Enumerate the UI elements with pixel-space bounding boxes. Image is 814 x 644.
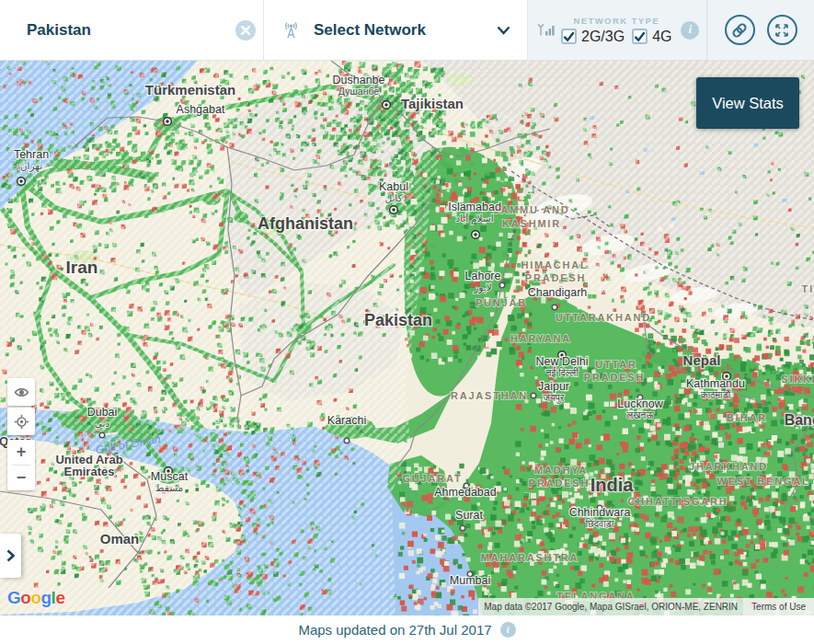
svg-text:CHHATTISGARH: CHHATTISGARH [628, 496, 728, 507]
crosshair-icon [14, 414, 29, 430]
svg-text:Dubai: Dubai [87, 406, 118, 419]
svg-text:Lucknow: Lucknow [617, 397, 663, 410]
close-icon [241, 26, 250, 35]
checkbox[interactable] [561, 29, 577, 44]
topbar: Select Network NETWORK TYPE 2G/3G4G i [0, 0, 814, 61]
svg-text:Ashgabat: Ashgabat [177, 103, 225, 116]
checkmark-icon [634, 30, 646, 42]
svg-text:MADHYA: MADHYA [534, 465, 588, 476]
svg-text:Душанбе: Душанбе [338, 86, 380, 97]
svg-text:Dushanbe: Dushanbe [333, 74, 385, 86]
expand-icon [774, 22, 790, 39]
map-attribution: Map data ©2017 Google, Mapa GISrael, ORI… [478, 598, 814, 615]
network-select-label: Select Network [314, 21, 497, 40]
option-label: 2G/3G [581, 29, 625, 45]
svg-text:Chhindwara: Chhindwara [569, 506, 631, 519]
google-logo[interactable]: Google [7, 588, 64, 608]
svg-text:UTTAR: UTTAR [595, 359, 636, 370]
svg-text:HIMACHAL: HIMACHAL [521, 259, 588, 270]
checkmark-icon [563, 30, 575, 42]
svg-text:Tehran: Tehran [14, 148, 49, 161]
network-type-section: NETWORK TYPE 2G/3G4G i [528, 0, 706, 60]
zoom-control: + − [7, 440, 35, 490]
footer-text: Maps updated on 27th Jul 2017 [298, 622, 491, 638]
svg-text:PRADESH: PRADESH [525, 272, 586, 283]
svg-text:PRADESH: PRADESH [529, 477, 590, 489]
link-icon [731, 22, 748, 39]
zoom-out-button[interactable]: − [7, 466, 35, 490]
svg-text:MAHARASHTRA: MAHARASHTRA [481, 552, 579, 563]
topbar-actions [706, 0, 814, 60]
svg-text:Kathmandu: Kathmandu [686, 377, 745, 390]
zoom-in-button[interactable]: + [7, 440, 35, 465]
svg-text:KASHMIR: KASHMIR [502, 218, 561, 229]
svg-text:Emirates: Emirates [64, 465, 115, 478]
svg-text:Jaipur: Jaipur [538, 380, 569, 393]
search-input[interactable] [27, 21, 235, 40]
share-link-button[interactable] [725, 15, 755, 45]
svg-text:BIHAR: BIHAR [727, 412, 767, 423]
svg-text:जयपुर: जयपुर [543, 392, 565, 404]
svg-text:Kabul: Kabul [379, 180, 408, 193]
svg-text:Mumbai: Mumbai [450, 574, 490, 587]
svg-text:JAMMU AND: JAMMU AND [493, 204, 569, 215]
svg-text:UTTARAKHAND: UTTARAKHAND [556, 312, 651, 323]
chevron-down-icon [497, 26, 510, 35]
svg-text:WEST BENGAL: WEST BENGAL [717, 476, 809, 487]
fullscreen-button[interactable] [767, 15, 797, 45]
svg-text:New Delhi: New Delhi [536, 355, 589, 368]
network-type-option-4g[interactable]: 4G [632, 29, 671, 45]
svg-text:Surat: Surat [455, 509, 483, 522]
svg-text:India: India [590, 475, 635, 495]
svg-text:Afghanistan: Afghanistan [258, 214, 353, 233]
svg-text:کابل: کابل [384, 192, 402, 203]
network-type-group: NETWORK TYPE 2G/3G4G [561, 16, 671, 45]
svg-text:GUJARAT: GUJARAT [403, 473, 463, 484]
network-type-option-2g3g[interactable]: 2G/3G [561, 29, 625, 45]
svg-text:PRADESH: PRADESH [584, 372, 645, 383]
footer-info-icon[interactable]: i [500, 622, 516, 638]
svg-text:Iran: Iran [66, 258, 98, 277]
terms-of-use-link[interactable]: Terms of Use [743, 598, 814, 615]
svg-text:Tajikistan: Tajikistan [401, 96, 464, 111]
antenna-icon [281, 19, 302, 40]
footer: Maps updated on 27th Jul 2017 i [0, 615, 814, 644]
svg-text:لاہور: لاہور [473, 282, 491, 293]
svg-text:Ahmedabad: Ahmedabad [434, 486, 496, 499]
svg-text:تهران: تهران [20, 160, 42, 172]
svg-text:دبي: دبي [95, 418, 110, 430]
clear-search-button[interactable] [235, 20, 256, 40]
svg-text:HARYANA: HARYANA [510, 333, 571, 344]
svg-text:काठमाडौं: काठमाडौं [700, 388, 731, 400]
svg-text:اسلام آباد: اسلام آباد [455, 213, 493, 224]
svg-text:Lahore: Lahore [465, 270, 501, 282]
svg-text:Nepal: Nepal [683, 352, 721, 368]
checkbox[interactable] [632, 29, 648, 44]
svg-text:RAJASTHAN: RAJASTHAN [451, 390, 528, 401]
drawer-toggle[interactable] [0, 534, 21, 578]
map-attribution-text: Map data ©2017 Google, Mapa GISrael, ORI… [478, 598, 743, 615]
svg-text:Türkmenistan: Türkmenistan [145, 82, 235, 98]
search-section [0, 0, 264, 60]
svg-text:Oman: Oman [100, 531, 140, 546]
network-type-options: 2G/3G4G [561, 29, 671, 45]
svg-text:Chandigarh: Chandigarh [528, 286, 588, 299]
network-select[interactable]: Select Network [264, 0, 528, 60]
toggle-overlay-button[interactable] [7, 378, 35, 406]
svg-text:PUNJAB: PUNJAB [476, 297, 527, 308]
svg-text:Pakistan: Pakistan [364, 311, 432, 329]
network-type-info-icon[interactable]: i [681, 21, 699, 40]
chevron-right-icon [6, 549, 15, 562]
view-stats-button[interactable]: View Stats [696, 77, 799, 129]
coverage-map-canvas[interactable]: TIBETJAMMU ANDKASHMIRHIMACHALPRADESHPUNJ… [0, 61, 814, 615]
eye-icon [14, 385, 29, 400]
svg-text:مسقط: مسقط [155, 482, 183, 493]
locate-me-button[interactable] [7, 408, 35, 435]
svg-text:Muscat: Muscat [151, 470, 189, 483]
svg-text:JHARKHAND: JHARKHAND [689, 461, 768, 472]
svg-text:नई दिल्ली: नई दिल्ली [545, 367, 579, 378]
option-label: 4G [652, 29, 671, 45]
svg-text:लखनऊ: लखनऊ [625, 409, 654, 420]
svg-text:SIKKIM: SIKKIM [781, 374, 814, 385]
map-area: TIBETJAMMU ANDKASHMIRHIMACHALPRADESHPUNJ… [0, 61, 814, 615]
